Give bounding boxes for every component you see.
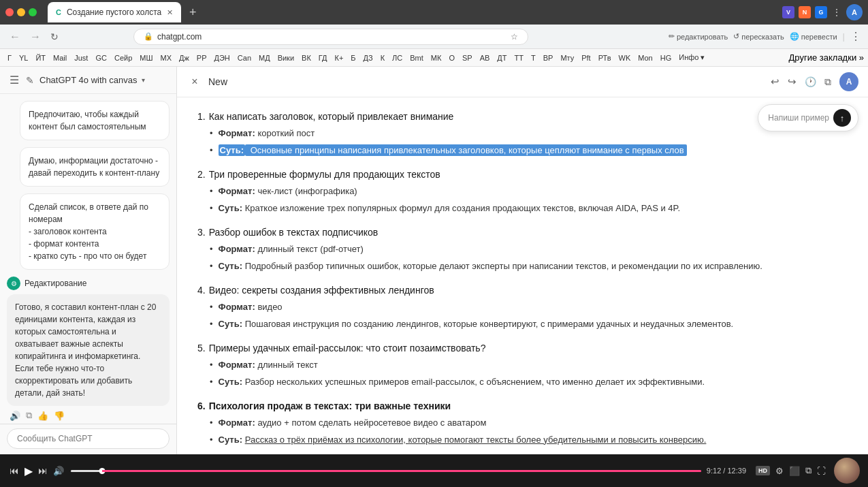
edit-toolbar-btn[interactable]: ✏редактировать	[669, 32, 728, 41]
ext-icon-1[interactable]: V	[782, 6, 794, 18]
item-6-bullets: • Формат: аудио + потом сделать нейросет…	[197, 416, 814, 446]
bm-yt[interactable]: ЙТ	[32, 52, 49, 63]
settings-video-btn[interactable]: ⚙	[775, 466, 784, 476]
bm-mk[interactable]: МК	[428, 52, 445, 63]
bm-mon[interactable]: Mon	[634, 52, 656, 63]
next-track-btn[interactable]: ⏭	[37, 464, 49, 477]
bm-apps[interactable]: Г	[4, 52, 15, 63]
user-avatar[interactable]: А	[839, 72, 858, 91]
canvas-area: × New ↩ ↪ 🕐 ⧉ А 1. Как написать заголово…	[177, 67, 868, 454]
bullet-6-2: • Суть: Рассказ о трёх приёмах из психол…	[210, 433, 814, 447]
side-send-btn[interactable]: ↑	[833, 109, 851, 127]
bm-mh[interactable]: МХ	[157, 52, 176, 63]
bm-o[interactable]: О	[445, 52, 458, 63]
bm-yl[interactable]: YL	[16, 52, 31, 63]
bm-bmt[interactable]: Bmt	[406, 52, 427, 63]
bm-vk[interactable]: ВК	[298, 52, 315, 63]
bm-rft[interactable]: Рft	[578, 52, 594, 63]
bm-info[interactable]: Инфо ▾	[675, 52, 708, 63]
bookmark-icon[interactable]: ☆	[511, 32, 518, 42]
new-chat-btn[interactable]: ✎	[25, 74, 35, 87]
ext-icon-2[interactable]: N	[799, 6, 811, 18]
bm-dz[interactable]: ДЗ	[360, 52, 376, 63]
bm-ls[interactable]: ЛС	[389, 52, 406, 63]
model-selector[interactable]: ChatGPT 4o with canvas	[39, 75, 138, 85]
maximize-window-btn[interactable]	[29, 8, 37, 16]
lock-icon: 🔒	[144, 32, 153, 41]
translate-toolbar-btn[interactable]: 🌐перевести	[790, 32, 837, 41]
more-tools-btn[interactable]: ⋮	[850, 30, 861, 43]
toolbar-separator: |	[843, 31, 845, 42]
address-bar[interactable]: 🔒 chatgpt.com ☆	[133, 29, 528, 45]
bullet-4-1: • Формат: видео	[210, 300, 814, 314]
bookmarks-bar: Г YL ЙТ Mail Just GC Сейр МШ МХ Дж РР ДЭ…	[0, 49, 868, 67]
profile-avatar-header[interactable]: A	[846, 4, 863, 20]
bm-seyr[interactable]: Сейр	[111, 52, 135, 63]
model-dropdown-icon[interactable]: ▾	[142, 76, 145, 84]
minimize-window-btn[interactable]	[17, 8, 25, 16]
assistant-label: Редактирование	[25, 279, 86, 288]
prev-track-btn[interactable]: ⏮	[8, 464, 20, 477]
bm-mail[interactable]: Mail	[50, 52, 70, 63]
new-tab-button[interactable]: +	[184, 3, 202, 21]
content-item-2: 2. Три проверенные формулы для продающих…	[197, 169, 814, 215]
reload-button[interactable]: ↻	[48, 30, 61, 44]
side-input-placeholder[interactable]: Напиши пример	[768, 113, 829, 123]
bm-sp[interactable]: SP	[459, 52, 476, 63]
bm-gd[interactable]: ГД	[315, 52, 331, 63]
chat-input[interactable]	[7, 428, 170, 449]
sidebar-menu-btn[interactable]: ☰	[8, 72, 20, 88]
forward-button[interactable]: →	[27, 29, 44, 44]
bm-other[interactable]: Другие закладки »	[789, 52, 864, 63]
close-window-btn[interactable]	[5, 8, 14, 16]
pip-btn[interactable]: ⧉	[805, 465, 811, 476]
hd-badge[interactable]: HD	[756, 466, 770, 475]
sidebar-bottom	[0, 424, 176, 454]
undo-btn[interactable]: ↩	[768, 73, 782, 91]
copy-btn[interactable]: ⧉	[26, 410, 32, 421]
bm-b[interactable]: Б	[347, 52, 359, 63]
bm-k[interactable]: К	[377, 52, 388, 63]
bm-wk[interactable]: WK	[615, 52, 634, 63]
bm-hg[interactable]: HG	[657, 52, 675, 63]
fullscreen-btn[interactable]: ⛶	[817, 466, 826, 476]
play-btn[interactable]: ▶	[23, 463, 34, 479]
chat-messages: Предпочитаю, чтобы каждый контент был са…	[0, 94, 176, 424]
bm-t[interactable]: Т	[528, 52, 539, 63]
theater-btn[interactable]: ⬛	[789, 466, 800, 476]
item-4-title: 4. Видео: секреты создания эффективных л…	[197, 285, 814, 296]
message-3: Сделай список, в ответе дай по номерам -…	[20, 193, 170, 270]
canvas-close-btn[interactable]: ×	[187, 74, 203, 90]
progress-bar[interactable]	[71, 470, 701, 472]
bm-dzh[interactable]: Дж	[176, 52, 193, 63]
bm-den[interactable]: ДЭН	[211, 52, 234, 63]
volume-control-btn[interactable]: 🔊	[52, 465, 65, 477]
rewrite-toolbar-btn[interactable]: ↺пересказать	[733, 32, 784, 41]
active-tab[interactable]: C Создание пустого холста ✕	[48, 2, 181, 22]
bm-gc[interactable]: GC	[92, 52, 110, 63]
volume-btn[interactable]: 🔊	[10, 411, 20, 421]
presenter-avatar	[834, 458, 860, 484]
thumbs-down-btn[interactable]: 👎	[54, 411, 65, 421]
bm-ab[interactable]: АВ	[477, 52, 494, 63]
redo-btn[interactable]: ↪	[785, 73, 799, 91]
bm-md[interactable]: МД	[255, 52, 274, 63]
history-btn[interactable]: 🕐	[802, 74, 819, 90]
bm-just[interactable]: Just	[71, 52, 91, 63]
bm-vp[interactable]: ВР	[540, 52, 557, 63]
bm-mty[interactable]: Мту	[557, 52, 577, 63]
thumbs-up-btn[interactable]: 👍	[37, 411, 48, 421]
bm-wiki[interactable]: Вики	[274, 52, 298, 63]
ext-icon-3[interactable]: G	[815, 6, 827, 18]
bm-kplus[interactable]: К+	[332, 52, 347, 63]
share-btn[interactable]: ⧉	[822, 74, 834, 91]
ext-icon-4[interactable]: ⋮	[831, 7, 842, 18]
bm-msh[interactable]: МШ	[136, 52, 156, 63]
bm-tt[interactable]: ТТ	[511, 52, 527, 63]
back-button[interactable]: ←	[7, 29, 23, 44]
close-tab-icon[interactable]: ✕	[167, 8, 173, 17]
bm-can[interactable]: Can	[234, 52, 255, 63]
bm-dt[interactable]: ДТ	[494, 52, 510, 63]
bm-pp[interactable]: РР	[193, 52, 210, 63]
bm-rtv[interactable]: РТв	[595, 52, 615, 63]
